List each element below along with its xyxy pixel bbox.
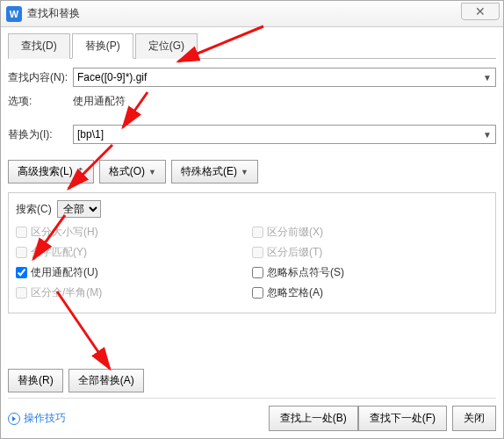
check-full-half: 区分全/半角(M) xyxy=(16,285,252,300)
check-match-case: 区分大小写(H) xyxy=(16,225,252,240)
find-label: 查找内容(N): xyxy=(8,70,73,85)
advanced-search-label: 高级搜索(L) xyxy=(18,164,73,179)
replace-label: 替换为(I): xyxy=(8,127,73,142)
chevron-down-icon: ▼ xyxy=(241,168,248,176)
find-next-button[interactable]: 查找下一处(F) xyxy=(358,406,447,431)
check-spaces[interactable]: 忽略空格(A) xyxy=(252,285,488,300)
updown-icon: ⇡ xyxy=(76,166,84,177)
check-whole-word: 全字匹配(Y) xyxy=(16,245,252,260)
format-button[interactable]: 格式(O) ▼ xyxy=(99,160,166,184)
check-wildcards-box[interactable] xyxy=(16,267,27,278)
titlebar: W 查找和替换 ✕ xyxy=(1,1,503,27)
check-prefix-box xyxy=(252,227,263,238)
tab-goto[interactable]: 定位(G) xyxy=(135,33,198,59)
search-scope-select[interactable]: 全部 xyxy=(57,200,101,218)
tab-find[interactable]: 查找(D) xyxy=(8,33,70,59)
check-prefix: 区分前缀(X) xyxy=(252,225,488,240)
check-full-half-box xyxy=(16,287,27,299)
find-input[interactable] xyxy=(73,68,496,87)
tips-link[interactable]: 操作技巧 xyxy=(8,411,66,426)
chevron-down-icon: ▼ xyxy=(148,168,156,176)
play-icon xyxy=(8,413,20,425)
check-wildcards[interactable]: 使用通配符(U) xyxy=(16,265,252,280)
tabs: 查找(D) 替换(P) 定位(G) xyxy=(8,32,496,59)
format-label: 格式(O) xyxy=(109,164,145,179)
check-suffix: 区分后缀(T) xyxy=(252,245,488,260)
app-icon: W xyxy=(6,6,22,22)
tab-replace[interactable]: 替换(P) xyxy=(72,33,133,59)
close-button[interactable]: 关闭 xyxy=(452,406,496,431)
search-options-panel: 搜索(C) 全部 区分大小写(H) 全字匹配(Y) xyxy=(8,192,496,313)
check-spaces-box[interactable] xyxy=(252,287,263,299)
check-match-case-box xyxy=(16,227,27,238)
options-text: 使用通配符 xyxy=(73,94,126,109)
window-title: 查找和替换 xyxy=(27,6,80,21)
advanced-search-button[interactable]: 高级搜索(L) ⇡ xyxy=(8,160,94,184)
window-close-button[interactable]: ✕ xyxy=(461,3,500,20)
check-punctuation-box[interactable] xyxy=(252,267,263,278)
special-format-label: 特殊格式(E) xyxy=(181,164,237,179)
find-prev-button[interactable]: 查找上一处(B) xyxy=(269,406,358,431)
check-suffix-box xyxy=(252,247,263,258)
replace-button[interactable]: 替换(R) xyxy=(8,369,63,392)
check-punctuation[interactable]: 忽略标点符号(S) xyxy=(252,265,488,280)
tips-label: 操作技巧 xyxy=(24,411,66,426)
replace-all-button[interactable]: 全部替换(A) xyxy=(68,369,144,392)
search-scope-label: 搜索(C) xyxy=(16,202,52,217)
replace-input[interactable] xyxy=(73,125,496,144)
options-label: 选项: xyxy=(8,94,73,109)
special-format-button[interactable]: 特殊格式(E) ▼ xyxy=(171,160,258,184)
check-whole-word-box xyxy=(16,247,27,258)
